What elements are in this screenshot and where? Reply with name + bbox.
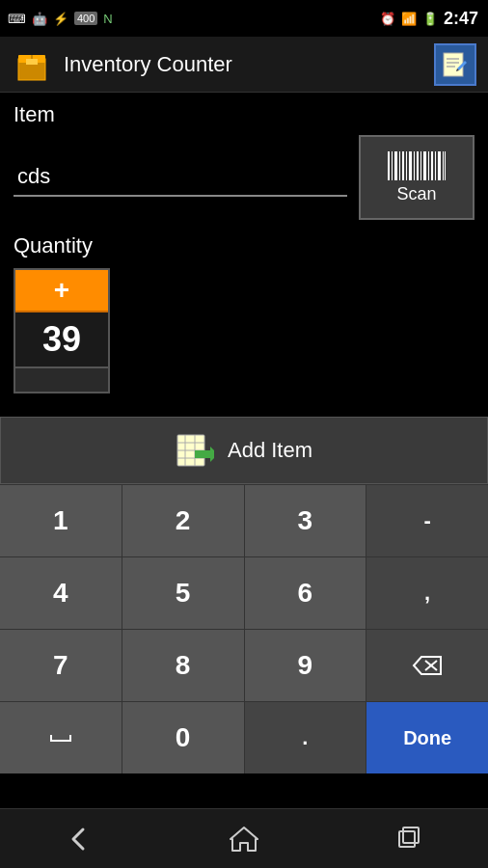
keyboard-icon: ⌨ [8,12,26,26]
svg-rect-13 [399,151,400,180]
key-5[interactable]: 5 [122,557,245,629]
status-bar: ⌨ 🤖 ⚡ 400 N ⏰ 📶 🔋 2:47 [0,0,488,37]
item-input[interactable] [14,158,347,197]
key-row-4: 0 . Done [0,701,488,773]
svg-rect-18 [417,151,419,180]
nav-bar [0,808,488,868]
scan-label: Scan [396,184,436,204]
quantity-stepper: + 39 [14,268,110,393]
cal-icon: 400 [74,12,97,25]
backspace-icon [412,655,443,676]
space-icon [47,729,74,746]
edit-icon-button[interactable] [434,43,476,86]
stepper-minus-area [15,368,108,392]
nav-back-button[interactable] [52,820,110,858]
key-done[interactable]: Done [366,702,488,773]
svg-rect-38 [399,831,415,847]
n-icon: N [103,12,112,26]
svg-rect-26 [445,151,446,180]
key-3[interactable]: 3 [245,485,367,556]
status-time: 2:47 [444,9,478,29]
add-item-label: Add Item [228,438,312,463]
alarm-icon: ⏰ [380,12,395,26]
svg-marker-37 [230,827,258,851]
key-row-1: 1 2 3 - [0,484,488,556]
barcode-icon [388,151,446,180]
recent-icon [392,826,422,853]
svg-rect-14 [402,151,404,180]
quantity-label: Quantity [14,233,474,258]
key-2[interactable]: 2 [122,485,245,556]
svg-rect-10 [388,151,390,180]
app-icon [12,44,52,85]
add-item-icon [176,433,214,468]
svg-rect-39 [403,827,419,843]
title-left: Inventory Counter [12,44,232,85]
svg-rect-17 [414,151,415,180]
key-period[interactable]: . [245,702,367,773]
svg-rect-24 [438,151,441,180]
nav-recent-button[interactable] [378,820,436,858]
svg-marker-34 [414,657,441,674]
key-comma[interactable]: , [366,557,488,629]
svg-rect-20 [423,151,426,180]
keypad: 1 2 3 - 4 5 6 , 7 8 9 0 . Done [0,484,488,773]
battery-icon: 🔋 [422,12,438,26]
nav-home-button[interactable] [215,820,273,858]
svg-rect-16 [409,151,412,180]
scan-button[interactable]: Scan [359,135,474,220]
svg-rect-23 [435,151,436,180]
wifi-icon: 📶 [401,12,417,26]
svg-rect-25 [443,151,444,180]
key-6[interactable]: 6 [245,557,367,629]
app-title: Inventory Counter [64,52,232,77]
add-item-button[interactable]: Add Item [0,417,488,484]
item-label: Item [14,102,474,127]
svg-rect-4 [444,53,463,76]
key-space[interactable] [0,702,122,773]
svg-rect-15 [406,151,407,180]
svg-rect-12 [394,151,397,180]
key-row-2: 4 5 6 , [0,556,488,629]
key-7[interactable]: 7 [0,630,122,701]
key-4[interactable]: 4 [0,557,122,629]
usb-icon: ⚡ [53,12,68,26]
svg-rect-11 [392,151,393,180]
title-bar: Inventory Counter [0,37,488,93]
main-content: Item Sc [0,93,488,417]
stepper-plus-button[interactable]: + [15,270,108,312]
key-0[interactable]: 0 [122,702,245,773]
key-row-3: 7 8 9 [0,629,488,701]
stepper-value: 39 [15,312,108,368]
svg-rect-21 [428,151,429,180]
android-icon: 🤖 [32,12,47,26]
back-icon [66,826,96,853]
key-minus[interactable]: - [366,485,488,556]
svg-rect-3 [26,59,38,65]
svg-rect-19 [420,151,421,180]
item-row: Scan [14,135,474,220]
status-icons-left: ⌨ 🤖 ⚡ 400 N [8,0,113,37]
key-backspace[interactable] [366,630,488,701]
key-1[interactable]: 1 [0,485,122,556]
svg-rect-22 [431,151,433,180]
home-icon [229,826,259,853]
key-8[interactable]: 8 [122,630,245,701]
key-9[interactable]: 9 [245,630,367,701]
